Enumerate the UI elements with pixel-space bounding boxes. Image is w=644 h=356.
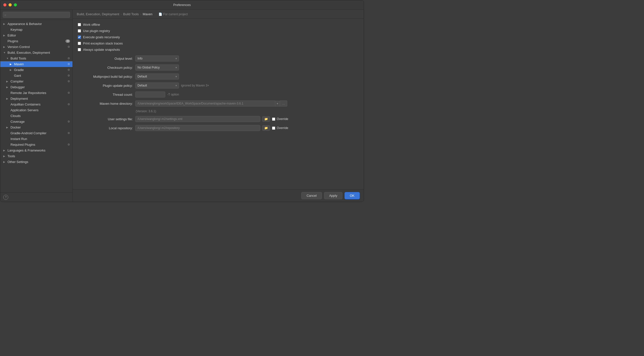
maximize-button[interactable] bbox=[14, 3, 17, 6]
sidebar-item-version-control[interactable]: ▶ Version Control ⚙ bbox=[0, 44, 72, 50]
expand-arrow-icon: ▶ bbox=[6, 97, 9, 100]
sidebar-item-remote-jar-repositories[interactable]: Remote Jar Repositories ⚙ bbox=[0, 90, 72, 96]
expand-arrow-icon: ▶ bbox=[3, 22, 6, 25]
expand-arrow-icon: ▶ bbox=[10, 68, 13, 71]
checksum-policy-row: Checksum policy: No Global Policy Warn F… bbox=[78, 64, 359, 70]
sidebar-item-gant[interactable]: Gant ⚙ bbox=[0, 73, 72, 78]
maven-home-dropdown-button[interactable]: ▾ bbox=[275, 101, 280, 106]
breadcrumb-build-tools[interactable]: Build Tools bbox=[123, 12, 139, 16]
multiproject-build-control: Default Fail Fast Fail Never bbox=[135, 74, 179, 80]
local-repo-input[interactable] bbox=[135, 125, 260, 131]
settings-icon: ⚙ bbox=[68, 103, 70, 106]
sidebar-item-arquillian-containers[interactable]: Arquillian Containers ⚙ bbox=[0, 102, 72, 107]
expand-arrow-icon: ▶ bbox=[6, 126, 9, 129]
settings-icon: ⚙ bbox=[68, 143, 70, 146]
multiproject-build-row: Multiproject build fail policy: Default … bbox=[78, 74, 359, 80]
user-settings-control: 📁 Override bbox=[135, 116, 359, 122]
sidebar-item-appearance-behavior[interactable]: ▶ Appearance & Behavior bbox=[0, 21, 72, 27]
sidebar-list: ▶ Appearance & Behavior Keymap ▶ Editor … bbox=[0, 20, 72, 192]
sidebar-item-label: Application Servers bbox=[10, 108, 70, 112]
expand-arrow-icon: ▶ bbox=[3, 160, 6, 163]
sidebar-item-other-settings[interactable]: ▶ Other Settings bbox=[0, 159, 72, 165]
sidebar-item-build-tools[interactable]: ▼ Build Tools ⚙ bbox=[0, 56, 72, 61]
sidebar-item-tools[interactable]: ▶ Tools bbox=[0, 153, 72, 159]
panel-body: Work offline Use plugin registry Execute… bbox=[73, 19, 364, 189]
sidebar-item-application-servers[interactable]: Application Servers bbox=[0, 107, 72, 113]
search-input[interactable] bbox=[3, 12, 70, 18]
plugin-update-control: Default Force Update Never Update ignore… bbox=[135, 82, 209, 88]
sidebar-item-gradle-android-compiler[interactable]: Gradle-Android Compiler ⚙ bbox=[0, 130, 72, 136]
sidebar-item-label: Compiler bbox=[10, 80, 66, 83]
settings-icon: ⚙ bbox=[68, 45, 70, 48]
sidebar-item-label: Debugger bbox=[10, 85, 70, 89]
user-settings-override-checkbox[interactable] bbox=[272, 118, 275, 121]
thread-count-hint: -T option bbox=[167, 93, 179, 96]
sidebar-item-label: Editor bbox=[8, 34, 70, 37]
expand-arrow-icon: ▶ bbox=[6, 80, 9, 83]
checksum-policy-select[interactable]: No Global Policy Warn Fail bbox=[135, 64, 179, 70]
sidebar-item-label: Build, Execution, Deployment bbox=[8, 51, 70, 54]
sidebar-item-editor[interactable]: ▶ Editor bbox=[0, 32, 72, 38]
sidebar-item-debugger[interactable]: ▶ Debugger bbox=[0, 84, 72, 90]
work-offline-checkbox[interactable] bbox=[78, 23, 81, 26]
close-button[interactable] bbox=[3, 3, 6, 6]
sidebar-item-gradle[interactable]: ▶ Gradle ⚙ bbox=[0, 67, 72, 73]
plugin-update-label: Plugin update policy: bbox=[78, 84, 133, 88]
output-level-select[interactable]: Info Debug Verbose bbox=[135, 56, 179, 62]
search-wrapper: ⌕ bbox=[3, 12, 70, 18]
user-settings-browse-button[interactable]: 📁 bbox=[262, 116, 270, 122]
sidebar-item-plugins[interactable]: Plugins 3 bbox=[0, 38, 72, 44]
user-settings-input[interactable] bbox=[135, 116, 260, 122]
sidebar-item-instant-run[interactable]: Instant Run bbox=[0, 136, 72, 142]
spacer-icon bbox=[6, 92, 9, 94]
sidebar-item-build-execution-deployment[interactable]: ▼ Build, Execution, Deployment bbox=[0, 50, 72, 56]
spacer-icon bbox=[6, 28, 9, 31]
sidebar-item-compiler[interactable]: ▶ Compiler ⚙ bbox=[0, 78, 72, 84]
plugins-badge: 3 bbox=[66, 40, 70, 43]
help-button[interactable]: ? bbox=[3, 195, 8, 200]
spacer-icon bbox=[6, 132, 9, 134]
preferences-window: Preferences ⌕ ▶ Appearance & Behavior bbox=[0, 0, 364, 202]
plugin-update-row: Plugin update policy: Default Force Upda… bbox=[78, 82, 359, 88]
sidebar-item-deployment[interactable]: ▶ Deployment bbox=[0, 96, 72, 102]
maven-home-browse-button[interactable]: … bbox=[280, 100, 287, 106]
print-stack-traces-checkbox[interactable] bbox=[78, 42, 81, 45]
use-plugin-registry-checkbox[interactable] bbox=[78, 29, 81, 32]
cancel-button[interactable]: Cancel bbox=[301, 192, 322, 199]
user-settings-row: User settings file: 📁 Override bbox=[78, 116, 359, 122]
sidebar-item-docker[interactable]: ▶ Docker bbox=[0, 124, 72, 130]
local-repo-browse-button[interactable]: 📁 bbox=[262, 125, 270, 131]
execute-goals-checkbox[interactable] bbox=[78, 36, 81, 39]
breadcrumb-sep-1: › bbox=[121, 13, 122, 16]
expand-arrow-icon: ▼ bbox=[6, 57, 9, 60]
expand-arrow-icon: ▶ bbox=[6, 86, 9, 88]
apply-button[interactable]: Apply bbox=[324, 192, 343, 199]
minimize-button[interactable] bbox=[8, 3, 12, 6]
sidebar-item-languages-frameworks[interactable]: ▶ Languages & Frameworks bbox=[0, 148, 72, 153]
main-content: ⌕ ▶ Appearance & Behavior Keymap ▶ bbox=[0, 10, 364, 202]
sidebar-item-label: Languages & Frameworks bbox=[8, 148, 70, 152]
main-panel: Build, Execution, Deployment › Build Too… bbox=[73, 10, 364, 202]
sidebar-item-required-plugins[interactable]: Required Plugins ⚙ bbox=[0, 142, 72, 148]
sidebar-item-label: Gradle-Android Compiler bbox=[10, 131, 66, 135]
plugin-update-select[interactable]: Default Force Update Never Update bbox=[135, 82, 179, 88]
maven-home-input[interactable] bbox=[135, 100, 275, 106]
multiproject-build-select[interactable]: Default Fail Fast Fail Never bbox=[135, 74, 179, 80]
ok-button[interactable]: OK bbox=[344, 192, 360, 199]
bottom-bar: Cancel Apply OK bbox=[73, 189, 364, 202]
thread-count-input[interactable] bbox=[135, 92, 165, 98]
sidebar-item-maven[interactable]: ▶ Maven ⚙ bbox=[0, 61, 72, 67]
for-project-label: For current project bbox=[163, 12, 188, 16]
sidebar-item-clouds[interactable]: Clouds bbox=[0, 113, 72, 119]
output-level-control: Info Debug Verbose bbox=[135, 56, 179, 62]
traffic-lights bbox=[3, 3, 17, 6]
output-level-row: Output level: Info Debug Verbose bbox=[78, 56, 359, 62]
settings-icon: ⚙ bbox=[68, 68, 70, 72]
breadcrumb-build-execution[interactable]: Build, Execution, Deployment bbox=[77, 12, 119, 16]
always-update-checkbox[interactable] bbox=[78, 48, 81, 51]
panel-header: Build, Execution, Deployment › Build Too… bbox=[73, 10, 364, 19]
work-offline-label: Work offline bbox=[83, 23, 100, 26]
sidebar-item-coverage[interactable]: Coverage ⚙ bbox=[0, 119, 72, 124]
sidebar-item-keymap[interactable]: Keymap bbox=[0, 27, 72, 32]
local-repo-override-checkbox[interactable] bbox=[272, 126, 275, 130]
